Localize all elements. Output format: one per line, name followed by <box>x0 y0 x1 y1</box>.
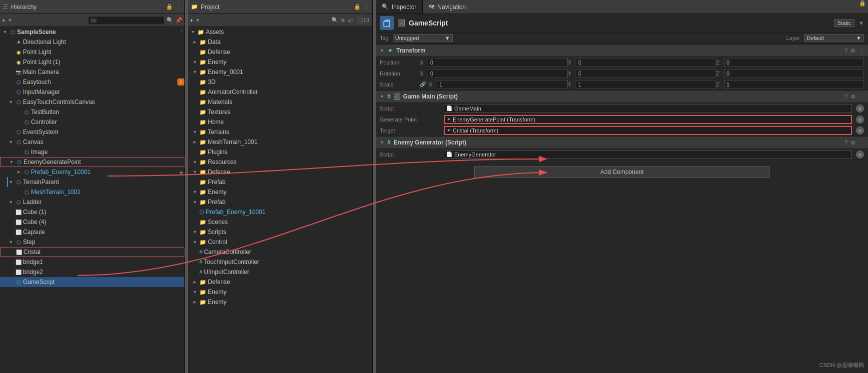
hierarchy-item-prefabenemy10001[interactable]: ⬡ Prefab_Enemy_10001 ► <box>0 167 184 177</box>
project-item-defense-scripts[interactable]: 📁 Defense <box>188 277 372 287</box>
project-item-prefab-def[interactable]: 📁 Prefab <box>188 177 372 187</box>
expand-arrow[interactable] <box>192 139 198 145</box>
expand-arrow[interactable] <box>8 199 14 205</box>
hierarchy-item-canvas[interactable]: ⬡ Canvas <box>0 137 184 147</box>
hierarchy-item-inputmanager[interactable]: ⬡ InputManager <box>0 87 184 97</box>
transform-help-icon[interactable]: ? <box>845 48 848 54</box>
project-item-uiinputcontroller[interactable]: # UIInputController <box>188 267 372 277</box>
expand-arrow[interactable] <box>192 199 198 205</box>
scale-x-input[interactable] <box>437 80 568 89</box>
layer-dropdown[interactable]: Default ▼ <box>804 34 864 42</box>
transform-dots-icon[interactable]: ⋮ <box>859 48 864 54</box>
expand-arrow[interactable] <box>192 299 198 305</box>
expand-arrow[interactable] <box>192 159 198 165</box>
hierarchy-item-samplescene[interactable]: ⬡ SampleScene ⋮ <box>0 27 184 37</box>
hierarchy-item-step[interactable]: ⬡ Step <box>0 237 184 247</box>
tab-inspector[interactable]: 🔍 Inspector <box>376 0 423 14</box>
position-y-input[interactable] <box>576 58 716 67</box>
generate-point-value[interactable]: ✦ EnemyGeneratePoint (Transform) <box>444 115 852 124</box>
expand-arrow[interactable] <box>190 29 196 35</box>
transform-arrow[interactable]: ▼ <box>380 48 384 53</box>
hierarchy-item-easytouch[interactable]: ⬡ Easytouch ! <box>0 77 184 87</box>
project-item-defense-data[interactable]: 📁 Defense <box>188 47 372 57</box>
rotation-x-input[interactable] <box>428 69 568 78</box>
project-item-assets[interactable]: 📁 Assets <box>188 27 372 37</box>
hierarchy-item-bridge1[interactable]: ⬜ bridge1 <box>0 257 184 267</box>
hierarchy-item-maincamera[interactable]: 📷 Main Camera <box>0 67 184 77</box>
obj-enabled-checkbox[interactable]: ✓ <box>398 20 405 26</box>
project-item-terrains[interactable]: 📁 Terrains <box>188 127 372 137</box>
project-item-cameracontroller[interactable]: # CameraController <box>188 247 372 257</box>
project-item-scenes[interactable]: 📁 Scenes <box>188 217 372 227</box>
expand-arrow[interactable] <box>192 279 198 285</box>
gamemain-enabled-checkbox[interactable]: ✓ <box>394 94 400 100</box>
enemygenerator-help-icon[interactable]: ? <box>845 140 848 146</box>
gamemain-arrow[interactable]: ▼ <box>380 94 384 99</box>
expand-arrow[interactable] <box>192 169 198 175</box>
expand-arrow[interactable] <box>8 139 14 145</box>
tab-navigation[interactable]: 🗺 Navigation <box>423 0 472 14</box>
project-item-plugins[interactable]: 📁 Plugins <box>188 147 372 157</box>
expand-arrow[interactable] <box>8 99 14 105</box>
project-item-prefab-enemy[interactable]: 📁 Prefab <box>188 197 372 207</box>
project-item-resources[interactable]: 📁 Resources <box>188 157 372 167</box>
project-item-prefabenemy10001-proj[interactable]: ⬡ Prefab_Enemy_10001 <box>188 207 372 217</box>
script-field-circle-btn[interactable]: ◎ <box>856 104 864 112</box>
hierarchy-item-directionallight[interactable]: ☀ Directional Light <box>0 37 184 47</box>
hierarchy-item-meshterrain1001[interactable]: ⬡ MeshTerrain_1001 <box>0 187 184 197</box>
expand-arrow[interactable] <box>192 239 198 245</box>
expand-arrow[interactable] <box>192 69 198 75</box>
enemygenerator-script-circle-btn[interactable]: ◎ <box>856 150 864 158</box>
enemygenerator-settings-icon[interactable]: ⚙ <box>851 140 856 146</box>
add-component-button[interactable]: Add Component <box>474 166 770 178</box>
dropdown-arrow[interactable]: ▼ <box>7 18 12 23</box>
project-item-enemy0001[interactable]: 📁 Enemy_0001 <box>188 67 372 77</box>
hierarchy-item-bridge2[interactable]: ⬜ bridge2 <box>0 267 184 277</box>
hierarchy-item-cube1[interactable]: ⬜ Cube (1) <box>0 207 184 217</box>
expand-arrow[interactable] <box>8 179 14 185</box>
project-item-enemy-scripts[interactable]: 📁 Enemy <box>188 287 372 297</box>
expand-arrow[interactable] <box>192 59 198 65</box>
hierarchy-item-image[interactable]: ⬡ Image <box>0 147 184 157</box>
gamemain-help-icon[interactable]: ? <box>845 94 848 100</box>
static-button[interactable]: Static <box>834 19 855 27</box>
rotation-y-input[interactable] <box>576 69 716 78</box>
project-tool1[interactable]: 👁 <box>340 18 346 24</box>
enemygenerator-arrow[interactable]: ▼ <box>380 140 384 145</box>
scale-z-input[interactable] <box>724 80 864 89</box>
inspector-lock-icon[interactable]: 🔒 <box>859 0 866 14</box>
project-add-button[interactable]: + <box>190 17 193 24</box>
hierarchy-item-easytouchcontrolscanvas[interactable]: ⬡ EasyTouchControlsCanvas <box>0 97 184 107</box>
gamemain-settings-icon[interactable]: ⚙ <box>851 94 856 100</box>
hierarchy-item-controller[interactable]: ⬡ Controller <box>0 117 184 127</box>
project-item-textures[interactable]: 📁 Textures <box>188 107 372 117</box>
target-value[interactable]: ✦ Cristal (Transform) <box>444 126 852 135</box>
hierarchy-lock-icon[interactable]: 🔒 <box>166 4 173 10</box>
hierarchy-item-cube4[interactable]: ⬜ Cube (4) <box>0 217 184 227</box>
position-z-input[interactable] <box>724 58 864 67</box>
static-dropdown-arrow[interactable]: ▼ <box>859 20 864 26</box>
project-item-scripts[interactable]: 📁 Scripts <box>188 227 372 237</box>
project-item-enemy-sub[interactable]: 📁 Enemy <box>188 297 372 307</box>
expand-arrow[interactable] <box>16 169 22 175</box>
gamemain-dots-icon[interactable]: ⋮ <box>859 94 864 100</box>
expand-arrow[interactable] <box>192 289 198 295</box>
tag-dropdown[interactable]: Untagged ▼ <box>393 34 453 42</box>
project-dropdown-arrow[interactable]: ▼ <box>195 18 200 23</box>
project-item-defense-res[interactable]: 📁 Defense <box>188 167 372 177</box>
expand-arrow[interactable] <box>8 159 14 165</box>
expand-arrow[interactable] <box>192 229 198 235</box>
enemygenerator-dots-icon[interactable]: ⋮ <box>859 140 864 146</box>
hierarchy-item-ladder[interactable]: ⬡ Ladder <box>0 197 184 207</box>
project-item-3d[interactable]: 📁 3D <box>188 77 372 87</box>
target-circle-btn[interactable]: ◎ <box>856 126 864 134</box>
expand-arrow[interactable] <box>192 129 198 135</box>
rotation-z-input[interactable] <box>724 69 864 78</box>
expand-arrow[interactable] <box>2 29 8 35</box>
project-item-touchinputcontroller[interactable]: # TouchInputController <box>188 257 372 267</box>
project-item-meshterrain1001[interactable]: 📁 MeshTerrain_1001 <box>188 137 372 147</box>
position-x-input[interactable] <box>428 58 568 67</box>
hierarchy-dots-icon[interactable]: ⋮ <box>176 4 181 10</box>
add-button[interactable]: + <box>2 17 5 24</box>
expand-arrow[interactable] <box>192 39 198 45</box>
